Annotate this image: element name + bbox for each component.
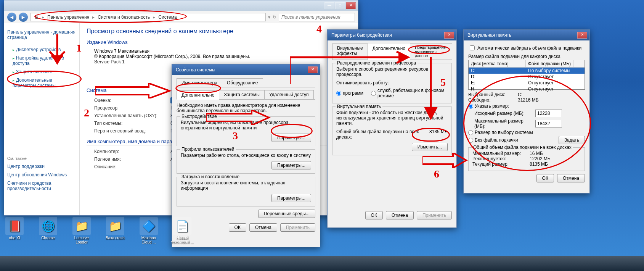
system-size-radio[interactable]: Размер по выбору системы (468, 129, 585, 136)
set-button[interactable]: Задать (559, 136, 585, 144)
ram-label: Установленная память (ОЗУ): (94, 113, 170, 118)
tab-advanced[interactable]: Дополнительно (368, 44, 410, 60)
desktop-icon[interactable]: 📁База crash (103, 217, 127, 244)
apply-button[interactable]: Применить (417, 211, 452, 219)
opt-programs-radio[interactable]: программ (336, 87, 363, 99)
profiles-title: Профили пользователей (180, 147, 236, 152)
back-button[interactable]: ◄ (7, 13, 16, 22)
perf-desc: Визуальные эффекты, использование процес… (181, 120, 311, 131)
sidebar-device-manager[interactable]: Диспетчер устройств (7, 45, 76, 54)
desktop-icon[interactable]: 🔷Maxthon Cloud ... (137, 217, 161, 244)
performance-options-dialog: Параметры быстродействия ✕ Визуальные эф… (327, 29, 457, 228)
startup-params-button[interactable]: Параметры... (271, 194, 311, 202)
startup-desc: Загрузка и восстановление системы, отлад… (181, 180, 311, 191)
free-label: Свободно: (468, 97, 518, 103)
desktop-icon[interactable]: 🌐Chrome (36, 217, 60, 244)
edition-section: Издание Windows (87, 39, 351, 46)
tab-system-protection[interactable]: Защита системы (219, 90, 264, 99)
sidebar-remote-access[interactable]: Настройка удаленного доступа (7, 54, 76, 68)
tab-advanced[interactable]: Дополнительно (177, 90, 219, 100)
sidebar: Панель управления - домашняя страница Ди… (4, 23, 80, 215)
cur-label: Текущий размер: (472, 161, 530, 167)
profiles-group: Профили пользователей Параметры рабочего… (177, 149, 315, 174)
drive-row[interactable]: C:По выбору системы (469, 68, 585, 74)
startup-title: Загрузка и восстановление (180, 174, 241, 179)
tab-dep[interactable]: Предотвращение выполнения данных (410, 44, 452, 60)
service-pack: Service Pack 1 (94, 59, 351, 65)
sidebar-advanced-system[interactable]: Дополнительные параметры системы (7, 76, 76, 90)
breadcrumb[interactable]: 🖥▸ Панель управления▸ Система и безопасн… (30, 13, 266, 21)
free-value: 31216 МБ (518, 97, 539, 103)
cancel-button[interactable]: Отмена (386, 211, 414, 219)
score-label: Оценка: (94, 98, 170, 103)
sidebar-system-protection[interactable]: Защита системы (7, 68, 76, 76)
auto-checkbox[interactable]: Автоматически выбирать объем файла подка… (468, 44, 585, 52)
tab-computer-name[interactable]: Имя компьютера (177, 78, 222, 87)
opt-services-radio[interactable]: служб, работающих в фоновом режиме (371, 87, 448, 99)
dialog-title: Свойства системы (174, 67, 308, 73)
search-input[interactable] (279, 13, 355, 21)
see-also-title: См. также (7, 155, 76, 162)
tab-visual-effects[interactable]: Визуальные эффекты (332, 44, 368, 60)
dialog-titlebar: Виртуальная память ✕ (464, 30, 589, 40)
apply-button[interactable]: Применить (280, 223, 315, 232)
vm-total-value: 8135 МБ (429, 129, 448, 140)
close-button[interactable]: ✕ (308, 66, 318, 73)
see-also-support[interactable]: Центр поддержки (7, 162, 76, 171)
no-pagefile-radio[interactable]: Без файла подкачки (468, 137, 559, 144)
breadcrumb-item[interactable]: Система (157, 15, 178, 20)
tab-hardware[interactable]: Оборудование (222, 78, 263, 87)
ok-button[interactable]: ОК (229, 223, 246, 232)
perf-params-button[interactable]: Параметры... (271, 134, 311, 142)
minimize-button[interactable]: — (324, 2, 334, 9)
sidebar-home-link[interactable]: Панель управления - домашняя страница (7, 28, 76, 42)
cur-value: 8135 МБ (530, 161, 548, 167)
opt-label: Оптимизировать работу: (336, 80, 448, 85)
desktop-icon[interactable]: 📄Новый текстовый ... (170, 217, 194, 244)
maximize-button[interactable]: □ (335, 2, 345, 9)
rec-value: 12202 МБ (530, 156, 551, 161)
desktop-icon[interactable]: 📁Lutcurve Loader (69, 217, 94, 244)
taskbar[interactable] (0, 256, 644, 271)
folder-icon: 📁 (72, 217, 91, 235)
max-label: Максимальный размер (МБ): (474, 118, 535, 129)
dialog-title: Виртуальная память (466, 32, 577, 38)
custom-size-radio[interactable]: Указать размер: (468, 103, 585, 110)
drive-row[interactable]: D:Отсутствует (469, 74, 585, 80)
cancel-button[interactable]: Отмена (557, 174, 585, 182)
close-button[interactable]: ✕ (444, 32, 454, 39)
address-bar: ◄ ► 🖥▸ Панель управления▸ Система и безо… (4, 11, 358, 23)
drive-row[interactable]: H:Отсутствует (469, 86, 585, 92)
env-vars-button[interactable]: Переменные среды... (258, 210, 315, 218)
drive-row[interactable]: E:Отсутствует (469, 80, 585, 86)
init-size-input[interactable] (535, 110, 562, 117)
init-label: Исходный размер (МБ): (474, 111, 535, 116)
breadcrumb-item[interactable]: Панель управления (46, 15, 91, 20)
profiles-params-button[interactable]: Параметры... (271, 161, 311, 169)
systype-label: Тип системы: (94, 121, 170, 126)
perf-title: Быстродействие (180, 114, 218, 119)
see-also-perf[interactable]: Счетчики и средства производительности (7, 179, 76, 193)
change-button[interactable]: Изменить... (412, 143, 448, 151)
cancel-button[interactable]: Отмена (249, 223, 277, 232)
copyright: © Корпорация Майкрософт (Microsoft Corp.… (94, 54, 351, 59)
close-button[interactable]: ✕ (577, 32, 587, 39)
drive-list[interactable]: Диск [метка тома]Файл подкачки (МБ) C:По… (468, 60, 585, 90)
full-label: Полное имя: (94, 156, 170, 162)
breadcrumb-item[interactable]: Система и безопасность (96, 15, 151, 20)
max-size-input[interactable] (535, 120, 562, 127)
dialog-titlebar: Параметры быстродействия ✕ (328, 30, 456, 40)
startup-group: Загрузка и восстановление Загрузка и вос… (177, 177, 315, 206)
see-also-update[interactable]: Центр обновления Windows (7, 171, 76, 179)
app-icon: 📕 (5, 217, 24, 235)
tab-remote[interactable]: Удаленный доступ (264, 90, 314, 99)
ok-button[interactable]: ОК (536, 174, 554, 182)
col-file: Файл подкачки (МБ) (526, 60, 573, 67)
size-each-label: Размер файла подкачки для каждого диска (468, 54, 585, 59)
forward-button[interactable]: ► (19, 13, 28, 22)
ok-button[interactable]: ОК (365, 211, 383, 219)
close-button[interactable]: ✕ (346, 2, 356, 9)
desktop-icon[interactable]: 📕obe XI (2, 217, 27, 244)
edition-value: Windows 7 Максимальная (94, 48, 351, 54)
vm-total-label: Общий объем файла подкачки на всех диска… (336, 129, 429, 140)
